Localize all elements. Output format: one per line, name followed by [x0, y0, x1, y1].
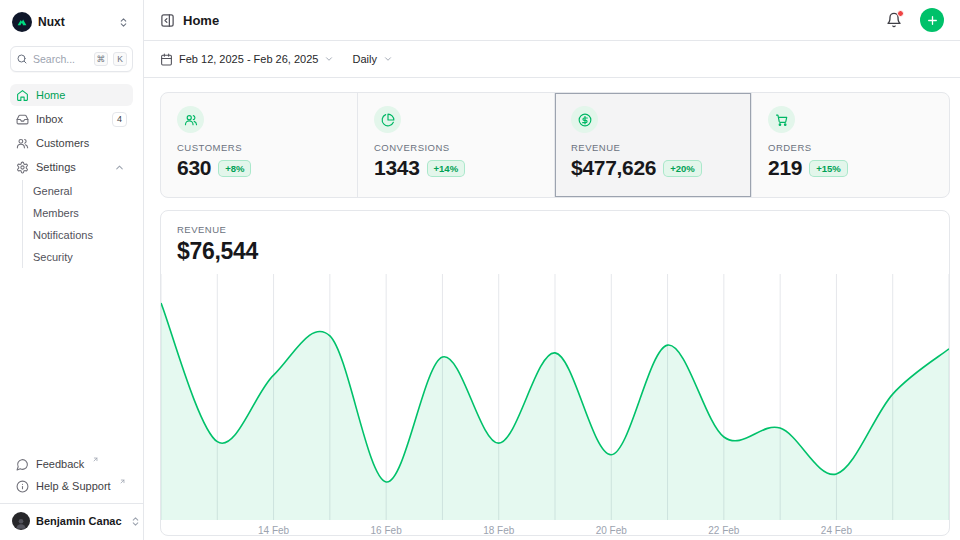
stat-delta-badge: +20%	[663, 160, 702, 177]
user-name: Benjamin Canac	[36, 515, 122, 527]
chart-pie-icon	[374, 106, 401, 133]
search-input[interactable]: Search... ⌘ K	[10, 46, 133, 72]
search-placeholder: Search...	[33, 53, 89, 65]
stat-value: $477,626	[571, 156, 656, 180]
notifications-button[interactable]	[886, 12, 902, 28]
filters-toolbar: Feb 12, 2025 - Feb 26, 2025 Daily	[144, 41, 960, 78]
sidebar-subitem-general[interactable]: General	[31, 180, 133, 202]
sidebar-item-label: Inbox	[36, 113, 63, 125]
notification-dot	[897, 10, 904, 17]
chevron-down-icon	[383, 54, 393, 64]
stat-label: ORDERS	[768, 142, 933, 153]
stat-card-customers[interactable]: CUSTOMERS 630 +8%	[161, 93, 358, 197]
info-circle-icon	[16, 480, 29, 493]
kbd-k: K	[113, 52, 127, 66]
help-support-label: Help & Support	[36, 480, 111, 492]
gear-icon	[16, 161, 29, 174]
user-menu[interactable]: Benjamin Canac	[0, 503, 143, 532]
period-select[interactable]: Daily	[352, 53, 392, 65]
workspace-name: Nuxt	[38, 15, 110, 29]
stat-card-revenue[interactable]: REVENUE $477,626 +20%	[555, 93, 752, 197]
chevron-up-icon	[112, 160, 127, 175]
sidebar-item-customers[interactable]: Customers	[10, 132, 133, 154]
calendar-icon	[160, 53, 173, 66]
feedback-label: Feedback	[36, 458, 84, 470]
stat-card-orders[interactable]: ORDERS 219 +15%	[752, 93, 949, 197]
settings-submenu: General Members Notifications Security	[22, 180, 133, 268]
content-area: CUSTOMERS 630 +8% CONVERSIONS 1343 +14%	[144, 78, 960, 540]
svg-text:16 Feb: 16 Feb	[371, 525, 403, 536]
stat-value: 219	[768, 156, 802, 180]
collapse-sidebar-icon[interactable]	[160, 13, 175, 28]
sidebar-item-inbox[interactable]: Inbox 4	[10, 108, 133, 130]
kbd-cmd: ⌘	[94, 52, 109, 66]
sidebar-item-settings[interactable]: Settings	[10, 156, 133, 178]
sidebar: Nuxt Search... ⌘ K Home	[0, 0, 144, 540]
stat-label: REVENUE	[571, 142, 735, 153]
nuxt-logo-icon	[12, 12, 32, 32]
feedback-link[interactable]: Feedback	[10, 453, 133, 475]
app-window: Nuxt Search... ⌘ K Home	[0, 0, 960, 540]
inbox-count-badge: 4	[112, 112, 127, 127]
inbox-icon	[16, 113, 29, 126]
date-range-picker[interactable]: Feb 12, 2025 - Feb 26, 2025	[160, 53, 334, 66]
users-icon	[177, 106, 204, 133]
date-range-label: Feb 12, 2025 - Feb 26, 2025	[179, 53, 318, 65]
chevrons-up-down-icon	[128, 514, 143, 529]
circle-dollar-icon	[571, 106, 598, 133]
main-panel: Home Feb 12, 2025 - Feb 26, 2025 Daily	[144, 0, 960, 540]
sidebar-item-label: Home	[36, 89, 65, 101]
home-icon	[16, 89, 29, 102]
stat-delta-badge: +15%	[809, 160, 848, 177]
stat-delta-badge: +8%	[218, 160, 251, 177]
sidebar-subitem-notifications[interactable]: Notifications	[31, 224, 133, 246]
external-link-icon	[92, 456, 99, 463]
shopping-cart-icon	[768, 106, 795, 133]
sidebar-item-home[interactable]: Home	[10, 84, 133, 106]
svg-text:14 Feb: 14 Feb	[258, 525, 290, 536]
chevron-down-icon	[324, 54, 334, 64]
chart-x-axis-labels: 14 Feb16 Feb18 Feb20 Feb22 Feb24 Feb	[258, 525, 852, 536]
svg-text:18 Feb: 18 Feb	[483, 525, 515, 536]
svg-text:20 Feb: 20 Feb	[596, 525, 628, 536]
svg-text:22 Feb: 22 Feb	[708, 525, 740, 536]
avatar	[12, 512, 30, 530]
chevrons-up-down-icon[interactable]	[116, 15, 131, 30]
message-circle-icon	[16, 458, 29, 471]
chart-metric-label: REVENUE	[177, 224, 933, 235]
stat-label: CUSTOMERS	[177, 142, 341, 153]
revenue-chart-card: REVENUE $76,544 14 Feb16 Feb18 Feb20 Feb…	[160, 210, 950, 536]
external-link-icon	[119, 478, 126, 485]
chart-header: REVENUE $76,544	[161, 211, 949, 265]
sidebar-nav: Home Inbox 4 Customers Sett	[10, 84, 133, 268]
stat-value: 630	[177, 156, 211, 180]
svg-text:24 Feb: 24 Feb	[821, 525, 853, 536]
stat-card-conversions[interactable]: CONVERSIONS 1343 +14%	[358, 93, 555, 197]
period-label: Daily	[352, 53, 376, 65]
sidebar-subitem-security[interactable]: Security	[31, 246, 133, 268]
stats-row: CUSTOMERS 630 +8% CONVERSIONS 1343 +14%	[160, 92, 950, 198]
plus-icon	[926, 14, 939, 27]
stat-label: CONVERSIONS	[374, 142, 538, 153]
search-icon	[16, 53, 28, 65]
page-header: Home	[144, 0, 960, 41]
workspace-switcher[interactable]: Nuxt	[10, 10, 133, 32]
stat-delta-badge: +14%	[427, 160, 466, 177]
revenue-area-chart[interactable]: 14 Feb16 Feb18 Feb20 Feb22 Feb24 Feb	[161, 274, 949, 536]
sidebar-subitem-members[interactable]: Members	[31, 202, 133, 224]
add-button[interactable]	[920, 8, 944, 32]
sidebar-item-label: Settings	[36, 161, 76, 173]
sidebar-item-label: Customers	[36, 137, 89, 149]
stat-value: 1343	[374, 156, 420, 180]
help-support-link[interactable]: Help & Support	[10, 475, 133, 497]
page-title: Home	[183, 13, 878, 28]
users-icon	[16, 137, 29, 150]
chart-metric-value: $76,544	[177, 238, 933, 265]
